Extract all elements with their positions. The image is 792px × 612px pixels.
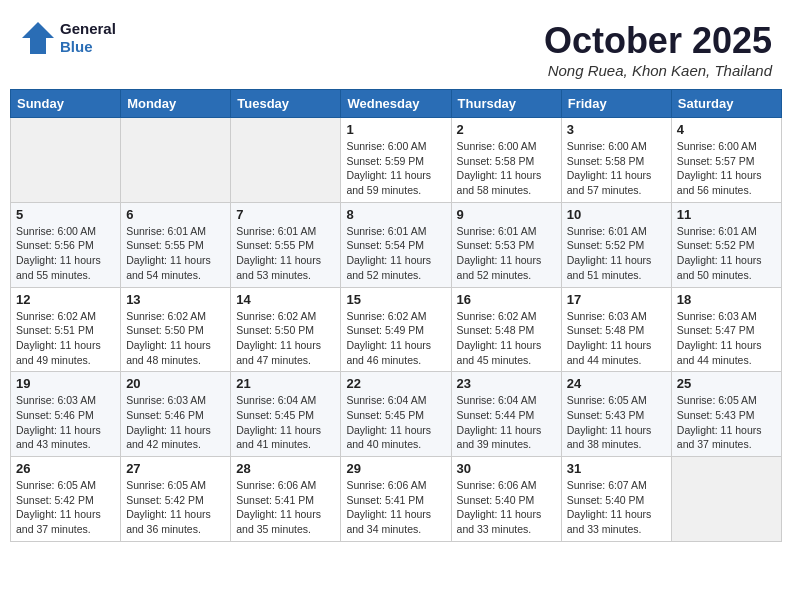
day-info: Sunrise: 6:05 AM Sunset: 5:42 PM Dayligh… xyxy=(16,478,115,537)
day-number: 26 xyxy=(16,461,115,476)
calendar-cell: 10Sunrise: 6:01 AM Sunset: 5:52 PM Dayli… xyxy=(561,202,671,287)
day-number: 14 xyxy=(236,292,335,307)
day-info: Sunrise: 6:06 AM Sunset: 5:41 PM Dayligh… xyxy=(346,478,445,537)
day-number: 30 xyxy=(457,461,556,476)
day-number: 3 xyxy=(567,122,666,137)
calendar-cell: 4Sunrise: 6:00 AM Sunset: 5:57 PM Daylig… xyxy=(671,118,781,203)
calendar-cell: 23Sunrise: 6:04 AM Sunset: 5:44 PM Dayli… xyxy=(451,372,561,457)
calendar-week-row: 19Sunrise: 6:03 AM Sunset: 5:46 PM Dayli… xyxy=(11,372,782,457)
title-block: October 2025 Nong Ruea, Khon Kaen, Thail… xyxy=(544,20,772,79)
calendar-cell: 18Sunrise: 6:03 AM Sunset: 5:47 PM Dayli… xyxy=(671,287,781,372)
day-info: Sunrise: 6:03 AM Sunset: 5:46 PM Dayligh… xyxy=(126,393,225,452)
day-number: 17 xyxy=(567,292,666,307)
day-info: Sunrise: 6:03 AM Sunset: 5:48 PM Dayligh… xyxy=(567,309,666,368)
day-info: Sunrise: 6:05 AM Sunset: 5:43 PM Dayligh… xyxy=(677,393,776,452)
calendar-cell: 6Sunrise: 6:01 AM Sunset: 5:55 PM Daylig… xyxy=(121,202,231,287)
day-info: Sunrise: 6:06 AM Sunset: 5:40 PM Dayligh… xyxy=(457,478,556,537)
svg-marker-0 xyxy=(22,22,54,54)
location: Nong Ruea, Khon Kaen, Thailand xyxy=(544,62,772,79)
calendar-cell: 15Sunrise: 6:02 AM Sunset: 5:49 PM Dayli… xyxy=(341,287,451,372)
day-number: 5 xyxy=(16,207,115,222)
day-info: Sunrise: 6:00 AM Sunset: 5:57 PM Dayligh… xyxy=(677,139,776,198)
calendar-week-row: 1Sunrise: 6:00 AM Sunset: 5:59 PM Daylig… xyxy=(11,118,782,203)
day-info: Sunrise: 6:02 AM Sunset: 5:51 PM Dayligh… xyxy=(16,309,115,368)
calendar-cell: 14Sunrise: 6:02 AM Sunset: 5:50 PM Dayli… xyxy=(231,287,341,372)
day-number: 19 xyxy=(16,376,115,391)
day-number: 12 xyxy=(16,292,115,307)
day-info: Sunrise: 6:01 AM Sunset: 5:55 PM Dayligh… xyxy=(236,224,335,283)
calendar-cell: 17Sunrise: 6:03 AM Sunset: 5:48 PM Dayli… xyxy=(561,287,671,372)
calendar-cell: 16Sunrise: 6:02 AM Sunset: 5:48 PM Dayli… xyxy=(451,287,561,372)
day-info: Sunrise: 6:00 AM Sunset: 5:58 PM Dayligh… xyxy=(457,139,556,198)
weekday-header-monday: Monday xyxy=(121,90,231,118)
day-number: 7 xyxy=(236,207,335,222)
calendar-cell: 11Sunrise: 6:01 AM Sunset: 5:52 PM Dayli… xyxy=(671,202,781,287)
calendar-cell xyxy=(671,457,781,542)
calendar-header-row: SundayMondayTuesdayWednesdayThursdayFrid… xyxy=(11,90,782,118)
calendar-cell: 28Sunrise: 6:06 AM Sunset: 5:41 PM Dayli… xyxy=(231,457,341,542)
weekday-header-saturday: Saturday xyxy=(671,90,781,118)
logo-icon xyxy=(20,20,56,56)
day-info: Sunrise: 6:01 AM Sunset: 5:55 PM Dayligh… xyxy=(126,224,225,283)
day-number: 18 xyxy=(677,292,776,307)
day-info: Sunrise: 6:00 AM Sunset: 5:58 PM Dayligh… xyxy=(567,139,666,198)
calendar-cell: 3Sunrise: 6:00 AM Sunset: 5:58 PM Daylig… xyxy=(561,118,671,203)
calendar-cell: 26Sunrise: 6:05 AM Sunset: 5:42 PM Dayli… xyxy=(11,457,121,542)
day-info: Sunrise: 6:06 AM Sunset: 5:41 PM Dayligh… xyxy=(236,478,335,537)
day-info: Sunrise: 6:02 AM Sunset: 5:49 PM Dayligh… xyxy=(346,309,445,368)
day-number: 4 xyxy=(677,122,776,137)
calendar-cell xyxy=(231,118,341,203)
day-number: 2 xyxy=(457,122,556,137)
weekday-header-friday: Friday xyxy=(561,90,671,118)
calendar-cell xyxy=(11,118,121,203)
day-number: 25 xyxy=(677,376,776,391)
day-info: Sunrise: 6:05 AM Sunset: 5:43 PM Dayligh… xyxy=(567,393,666,452)
day-number: 24 xyxy=(567,376,666,391)
calendar-cell: 20Sunrise: 6:03 AM Sunset: 5:46 PM Dayli… xyxy=(121,372,231,457)
day-info: Sunrise: 6:02 AM Sunset: 5:48 PM Dayligh… xyxy=(457,309,556,368)
day-number: 22 xyxy=(346,376,445,391)
day-info: Sunrise: 6:01 AM Sunset: 5:54 PM Dayligh… xyxy=(346,224,445,283)
day-number: 11 xyxy=(677,207,776,222)
day-number: 10 xyxy=(567,207,666,222)
calendar-cell: 8Sunrise: 6:01 AM Sunset: 5:54 PM Daylig… xyxy=(341,202,451,287)
day-info: Sunrise: 6:00 AM Sunset: 5:59 PM Dayligh… xyxy=(346,139,445,198)
logo-blue-text: Blue xyxy=(60,38,116,56)
day-number: 31 xyxy=(567,461,666,476)
calendar-cell: 5Sunrise: 6:00 AM Sunset: 5:56 PM Daylig… xyxy=(11,202,121,287)
day-number: 6 xyxy=(126,207,225,222)
month-title: October 2025 xyxy=(544,20,772,62)
calendar-cell: 27Sunrise: 6:05 AM Sunset: 5:42 PM Dayli… xyxy=(121,457,231,542)
calendar-cell: 19Sunrise: 6:03 AM Sunset: 5:46 PM Dayli… xyxy=(11,372,121,457)
day-number: 16 xyxy=(457,292,556,307)
day-number: 1 xyxy=(346,122,445,137)
day-info: Sunrise: 6:03 AM Sunset: 5:47 PM Dayligh… xyxy=(677,309,776,368)
day-number: 29 xyxy=(346,461,445,476)
page-header: General Blue October 2025 Nong Ruea, Kho… xyxy=(10,10,782,84)
weekday-header-thursday: Thursday xyxy=(451,90,561,118)
calendar-cell: 13Sunrise: 6:02 AM Sunset: 5:50 PM Dayli… xyxy=(121,287,231,372)
weekday-header-sunday: Sunday xyxy=(11,90,121,118)
calendar-cell: 12Sunrise: 6:02 AM Sunset: 5:51 PM Dayli… xyxy=(11,287,121,372)
day-info: Sunrise: 6:04 AM Sunset: 5:45 PM Dayligh… xyxy=(236,393,335,452)
calendar-cell: 9Sunrise: 6:01 AM Sunset: 5:53 PM Daylig… xyxy=(451,202,561,287)
day-info: Sunrise: 6:01 AM Sunset: 5:52 PM Dayligh… xyxy=(677,224,776,283)
calendar-cell: 1Sunrise: 6:00 AM Sunset: 5:59 PM Daylig… xyxy=(341,118,451,203)
calendar-cell: 31Sunrise: 6:07 AM Sunset: 5:40 PM Dayli… xyxy=(561,457,671,542)
day-info: Sunrise: 6:04 AM Sunset: 5:45 PM Dayligh… xyxy=(346,393,445,452)
calendar-cell: 7Sunrise: 6:01 AM Sunset: 5:55 PM Daylig… xyxy=(231,202,341,287)
weekday-header-tuesday: Tuesday xyxy=(231,90,341,118)
day-info: Sunrise: 6:07 AM Sunset: 5:40 PM Dayligh… xyxy=(567,478,666,537)
weekday-header-wednesday: Wednesday xyxy=(341,90,451,118)
logo-general-text: General xyxy=(60,20,116,38)
calendar-week-row: 12Sunrise: 6:02 AM Sunset: 5:51 PM Dayli… xyxy=(11,287,782,372)
day-number: 9 xyxy=(457,207,556,222)
calendar-cell: 25Sunrise: 6:05 AM Sunset: 5:43 PM Dayli… xyxy=(671,372,781,457)
day-number: 15 xyxy=(346,292,445,307)
day-info: Sunrise: 6:01 AM Sunset: 5:52 PM Dayligh… xyxy=(567,224,666,283)
day-info: Sunrise: 6:02 AM Sunset: 5:50 PM Dayligh… xyxy=(236,309,335,368)
day-info: Sunrise: 6:02 AM Sunset: 5:50 PM Dayligh… xyxy=(126,309,225,368)
day-info: Sunrise: 6:03 AM Sunset: 5:46 PM Dayligh… xyxy=(16,393,115,452)
day-info: Sunrise: 6:04 AM Sunset: 5:44 PM Dayligh… xyxy=(457,393,556,452)
calendar-table: SundayMondayTuesdayWednesdayThursdayFrid… xyxy=(10,89,782,542)
